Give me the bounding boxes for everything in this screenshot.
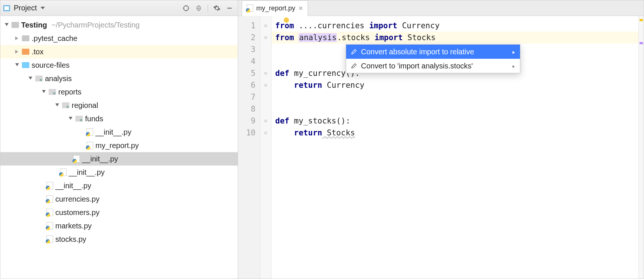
line-number: 6	[238, 79, 256, 91]
intention-label: Convert to 'import analysis.stocks'	[361, 60, 473, 72]
code-editor[interactable]: 1 2 3 4 5 6 7 8 9 10 ⊟⊟⊟⊡⊟⊡ from ....cur…	[238, 16, 644, 279]
close-icon[interactable]: ✕	[298, 5, 303, 12]
tree-label: reports	[58, 88, 81, 96]
svg-marker-9	[15, 50, 18, 54]
package-icon	[62, 102, 69, 108]
editor-tabbar: my_report.py ✕	[238, 0, 644, 16]
tree-node-pytest-cache[interactable]: .pytest_cache	[0, 32, 238, 45]
svg-marker-10	[15, 63, 19, 66]
line-number: 1	[238, 20, 256, 32]
python-file-icon	[46, 195, 53, 203]
tree-label: customers.py	[55, 208, 100, 217]
dropdown-triangle-icon[interactable]	[40, 7, 45, 9]
tree-node-stocks[interactable]: stocks.py	[0, 232, 238, 246]
python-file-icon	[60, 169, 66, 176]
line-number: 9	[238, 115, 256, 127]
svg-marker-15	[513, 51, 515, 54]
line-number: 4	[238, 55, 256, 67]
sidebar-title[interactable]: Project	[14, 4, 37, 12]
line-number: 7	[238, 91, 256, 103]
chevron-right-icon[interactable]	[14, 36, 20, 41]
tree-node-funds[interactable]: funds	[0, 112, 238, 125]
folder-icon	[12, 22, 19, 28]
chevron-down-icon[interactable]	[4, 22, 9, 28]
tree-label: source-files	[32, 61, 69, 70]
tree-node-root[interactable]: Testing ~/PycharmProjects/Testing	[0, 18, 238, 32]
tree-label: __init__.py	[95, 128, 131, 137]
error-stripe[interactable]	[638, 16, 644, 279]
chevron-down-icon[interactable]	[14, 62, 20, 68]
code-line: def my_stocks():	[275, 115, 638, 127]
svg-marker-7	[5, 23, 9, 26]
tree-node-regional[interactable]: regional	[0, 99, 238, 112]
svg-marker-13	[55, 103, 59, 106]
minimize-icon[interactable]	[224, 3, 235, 13]
intention-convert-relative[interactable]: Convert absolute import to relative	[346, 45, 520, 59]
fold-gutter[interactable]: ⊟⊟⊟⊡⊟⊡	[260, 16, 271, 279]
svg-marker-14	[69, 117, 72, 120]
line-number: 5	[238, 67, 256, 79]
svg-marker-8	[15, 36, 18, 40]
intention-convert-import[interactable]: Convert to 'import analysis.stocks'	[346, 59, 520, 73]
code-line: return Currency	[275, 79, 638, 91]
sidebar-header: Project	[0, 0, 238, 16]
python-file-icon	[46, 182, 53, 189]
tree-node-funds-init[interactable]: __init__.py	[0, 125, 238, 139]
intention-popup: Convert absolute import to relative Conv…	[346, 44, 520, 73]
tree-label: stocks.py	[55, 235, 86, 244]
svg-marker-12	[42, 90, 46, 93]
locate-icon[interactable]	[181, 3, 191, 13]
svg-marker-16	[513, 65, 515, 68]
tree-label: .tox	[32, 48, 43, 56]
tree-node-tox[interactable]: .tox	[0, 45, 238, 58]
tree-label: currencies.py	[55, 195, 100, 203]
collapse-all-icon[interactable]	[193, 3, 204, 13]
chevron-right-icon	[513, 46, 515, 58]
python-file-icon	[73, 155, 80, 163]
python-file-icon	[46, 235, 53, 243]
tree-node-my-report[interactable]: my_report.py	[0, 139, 238, 152]
warning-marker[interactable]	[640, 19, 643, 21]
package-icon	[49, 89, 56, 95]
tree-label: regional	[72, 101, 98, 110]
tree-label: funds	[85, 115, 103, 123]
chevron-down-icon[interactable]	[68, 116, 73, 121]
code-content[interactable]: from ....currencies import Currency from…	[271, 16, 638, 279]
tree-node-analysis-init[interactable]: __init__.py	[0, 179, 238, 192]
tree-node-markets[interactable]: markets.py	[0, 219, 238, 232]
python-file-icon	[46, 222, 53, 230]
tab-my-report[interactable]: my_report.py ✕	[242, 0, 308, 16]
tree-node-reports[interactable]: reports	[0, 85, 238, 99]
tree-node-analysis[interactable]: analysis	[0, 72, 238, 85]
project-icon	[3, 5, 10, 11]
folder-icon	[22, 62, 29, 68]
tree-node-regional-init[interactable]: __init__.py	[0, 152, 238, 166]
tree-label: analysis	[45, 74, 72, 83]
tab-label: my_report.py	[256, 4, 295, 12]
chevron-down-icon[interactable]	[41, 89, 46, 94]
pencil-icon	[351, 48, 357, 55]
tree-node-source-files[interactable]: source-files	[0, 58, 238, 72]
chevron-right-icon[interactable]	[14, 49, 20, 54]
project-tree[interactable]: Testing ~/PycharmProjects/Testing .pytes…	[0, 16, 238, 279]
tree-node-reports-init[interactable]: __init__.py	[0, 166, 238, 179]
folder-icon	[22, 35, 29, 41]
tree-node-currencies[interactable]: currencies.py	[0, 192, 238, 206]
line-number: 2	[238, 32, 256, 44]
info-marker[interactable]	[640, 42, 643, 44]
gear-icon[interactable]	[212, 3, 222, 13]
line-number: 8	[238, 103, 256, 115]
svg-point-0	[183, 6, 188, 10]
project-sidebar: Project Testing ~/PycharmProjects/Testin…	[0, 0, 238, 279]
code-line	[275, 91, 638, 103]
tree-label: __init__.py	[69, 168, 105, 177]
code-line	[275, 103, 638, 115]
chevron-right-icon	[513, 60, 515, 72]
intention-bulb-icon[interactable]	[284, 17, 289, 23]
tree-label: Testing	[21, 21, 47, 29]
line-number-gutter: 1 2 3 4 5 6 7 8 9 10	[238, 16, 260, 279]
tree-node-customers[interactable]: customers.py	[0, 206, 238, 219]
chevron-down-icon[interactable]	[28, 76, 33, 81]
chevron-down-icon[interactable]	[55, 103, 60, 108]
tree-label: __init__.py	[82, 155, 118, 163]
